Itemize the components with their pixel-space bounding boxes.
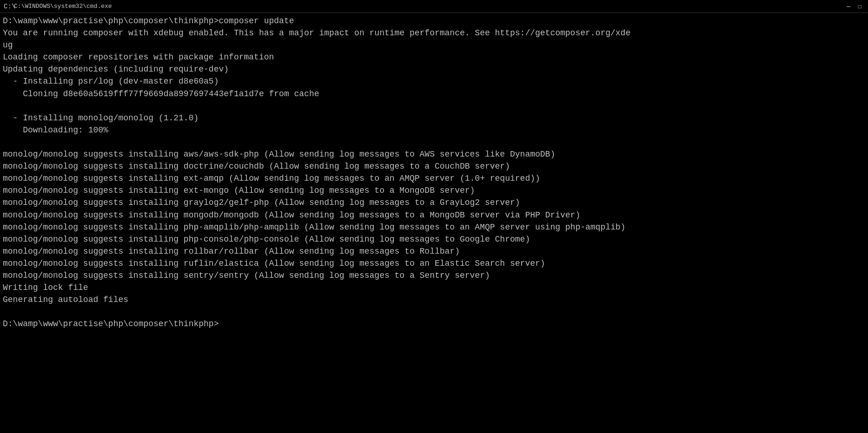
- titlebar-title: C:\WINDOWS\system32\cmd.exe: [14, 3, 112, 10]
- console-output: D:\wamp\www\practise\php\composer\thinkp…: [3, 15, 865, 330]
- cmd-window: C:\ C:\WINDOWS\system32\cmd.exe — ☐ D:\w…: [0, 0, 868, 433]
- minimize-button[interactable]: —: [844, 2, 853, 11]
- titlebar-left: C:\ C:\WINDOWS\system32\cmd.exe: [4, 3, 112, 10]
- cmd-icon: C:\: [4, 3, 11, 10]
- titlebar-controls[interactable]: — ☐: [844, 2, 864, 11]
- console-area: D:\wamp\www\practise\php\composer\thinkp…: [0, 13, 868, 433]
- titlebar: C:\ C:\WINDOWS\system32\cmd.exe — ☐: [0, 0, 868, 13]
- maximize-button[interactable]: ☐: [855, 2, 864, 11]
